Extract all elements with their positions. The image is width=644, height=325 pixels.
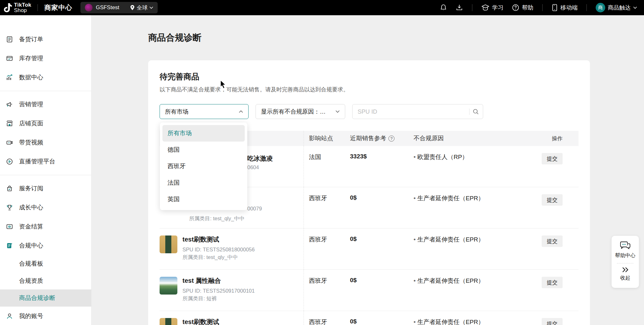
product-thumbnail — [160, 235, 177, 253]
market-filter-select[interactable]: 所有市场 — [160, 104, 249, 119]
sidebar-item-service-subscription[interactable]: 服务订阅 — [0, 179, 91, 198]
product-category: 所属类目: test_qly_中中 — [189, 215, 244, 222]
header-site: 影响站点 — [304, 131, 350, 146]
product-spu-fragment: 00079 — [247, 206, 262, 212]
market-option-spain[interactable]: 西班牙 — [162, 158, 245, 175]
tiktok-shop-wordmark[interactable]: TikTok Shop — [14, 2, 31, 13]
site-cell: 西班牙 — [304, 311, 350, 325]
sidebar-item-shop-pages[interactable]: 店铺页面 — [0, 114, 91, 133]
region-selector[interactable]: 全球 — [130, 4, 153, 11]
search-divider — [469, 109, 469, 115]
submit-button[interactable]: 提交 — [542, 153, 563, 164]
shop-selector[interactable]: GSFStest 全球 — [80, 2, 158, 13]
trophy-icon — [6, 204, 13, 211]
sales-cell: 0$ — [350, 229, 414, 242]
sales-help-icon[interactable]: ? — [388, 136, 394, 142]
shop-name: GSFStest — [96, 4, 119, 11]
sidebar-subitem-compliance-dashboard[interactable]: 合规看板 — [0, 255, 91, 272]
site-cell: 西班牙 — [304, 187, 350, 228]
sidebar-item-finance-settlement[interactable]: $ 资金结算 — [0, 217, 91, 236]
graduation-cap-icon — [481, 4, 490, 11]
topbar-divider — [472, 4, 472, 11]
location-pin-icon — [130, 5, 135, 10]
sidebar-item-shoppable-videos[interactable]: 带货视频 — [0, 133, 91, 152]
product-info: test刷数测试 — [182, 318, 219, 325]
download-button[interactable] — [456, 4, 463, 11]
question-circle-icon — [512, 4, 519, 11]
action-cell: 提交 — [523, 187, 579, 206]
sidebar-item-label: 我的账号 — [19, 312, 43, 320]
compliance-document-icon — [6, 242, 13, 249]
sidebar-item-label: 资金结算 — [19, 222, 43, 231]
product-spu: SPU ID: TESTS250917000101 — [182, 287, 255, 295]
tiktok-logo-icon[interactable] — [3, 2, 13, 13]
reason-cell: 生产者延伸责任（EPR） — [414, 270, 523, 285]
order-document-icon — [6, 36, 13, 43]
reason-filter-select[interactable]: 显示所有不合规原因：… — [256, 104, 345, 119]
submit-button[interactable]: 提交 — [542, 277, 563, 288]
sidebar-item-label: 数据中心 — [19, 73, 43, 82]
product-name: test刷数测试 — [182, 318, 219, 325]
filter-bar: 所有市场 显示所有不合规原因：… — [160, 104, 579, 119]
sidebar-item-inventory[interactable]: 库存管理 — [0, 49, 91, 68]
header-sales-label: 近期销售参考 — [350, 134, 386, 143]
account-menu[interactable]: 商 商品触达 — [596, 3, 637, 12]
sidebar-item-compliance-center[interactable]: 合规中心 — [0, 236, 91, 255]
sidebar-divider — [0, 175, 91, 175]
mobile-label: 移动端 — [560, 4, 578, 11]
reason-cell: 欧盟责任人（RP） — [414, 146, 523, 161]
product-info: test刷数测试 SPU ID: TESTS250818000056 所属类目:… — [182, 235, 255, 261]
action-cell: 提交 — [523, 311, 579, 325]
sidebar-item-live-management[interactable]: 直播管理平台 — [0, 152, 91, 171]
sidebar-item-growth-center[interactable]: 成长中心 — [0, 198, 91, 217]
reason-item: 生产者延伸责任（EPR） — [414, 319, 484, 325]
submit-button[interactable]: 提交 — [542, 194, 563, 206]
sidebar-item-stock-orders[interactable]: 备货订单 — [0, 30, 91, 49]
spu-search-box — [352, 104, 483, 119]
sidebar-item-my-account[interactable]: 我的账号 — [0, 307, 91, 325]
app-title: 商家中心 — [44, 3, 72, 12]
collapse-button[interactable]: 收起 — [620, 267, 630, 282]
help-label: 帮助 — [522, 4, 533, 11]
sidebar-item-data-center[interactable]: 数据中心 — [0, 68, 91, 87]
help-center-button[interactable]: 帮助中心 — [615, 241, 635, 259]
header-sales: 近期销售参考 ? — [350, 134, 414, 143]
action-cell: 提交 — [523, 229, 579, 247]
market-option-all[interactable]: 所有市场 — [162, 125, 245, 142]
notifications-button[interactable] — [440, 4, 447, 11]
collapse-label: 收起 — [620, 275, 630, 282]
region-label: 全球 — [137, 4, 147, 11]
chevron-down-icon — [633, 6, 637, 9]
sidebar-subitem-compliance-qualifications[interactable]: 合规资质 — [0, 272, 91, 289]
bell-icon — [440, 4, 447, 11]
reason-cell: 生产者延伸责任（EPR） — [414, 187, 523, 202]
sidebar-item-label: 备货订单 — [19, 35, 43, 43]
chevron-down-icon — [335, 110, 340, 113]
table-row: test刷数测试 西班牙 0$ 生产者延伸责任（EPR） 提交 — [160, 311, 579, 325]
market-option-germany[interactable]: 德国 — [162, 142, 245, 158]
sidebar: 备货订单 库存管理 数据中心 营销管理 店铺页面 带货视频 直播管理平 — [0, 15, 92, 325]
logo-line2: Shop — [14, 8, 31, 13]
market-option-france[interactable]: 法国 — [162, 175, 245, 191]
submit-button[interactable]: 提交 — [542, 235, 563, 247]
spu-search-input[interactable] — [358, 108, 469, 115]
sidebar-item-marketing[interactable]: 营销管理 — [0, 95, 91, 114]
sidebar-subitem-product-compliance-diagnosis[interactable]: 商品合规诊断 — [0, 289, 91, 307]
product-name-fragment: 吃冰激凌 — [247, 154, 273, 163]
reason-item: 生产者延伸责任（EPR） — [414, 195, 484, 202]
sales-cell: 0$ — [350, 270, 414, 284]
smartphone-icon — [552, 4, 558, 11]
chevron-down-icon — [149, 6, 153, 9]
chevron-up-icon — [239, 110, 243, 113]
logo-line1: TikTok — [14, 2, 31, 8]
sidebar-subitem-label: 商品合规诊断 — [19, 294, 55, 302]
reason-filter-value: 显示所有不合规原因：… — [261, 108, 335, 116]
market-dropdown-menu: 所有市场 德国 西班牙 法国 英国 — [160, 123, 247, 210]
search-icon[interactable] — [473, 109, 479, 115]
mobile-button[interactable]: 移动端 — [552, 4, 578, 11]
sidebar-subitem-label: 合规看板 — [19, 260, 43, 268]
market-option-uk[interactable]: 英国 — [162, 191, 245, 208]
learn-button[interactable]: 学习 — [481, 4, 504, 11]
submit-button[interactable]: 提交 — [542, 318, 563, 325]
help-button[interactable]: 帮助 — [512, 4, 533, 11]
